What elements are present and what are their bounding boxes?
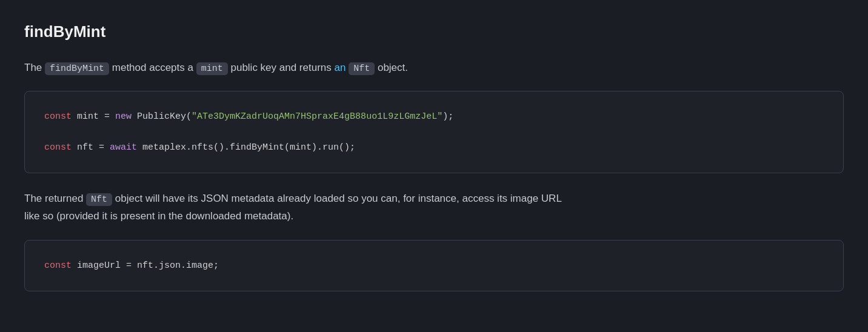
desc-prefix: The	[24, 62, 42, 73]
mint-var: mint	[72, 111, 104, 122]
desc-middle: method accepts a	[112, 62, 193, 73]
equals-op-1: =	[104, 111, 110, 122]
nft-inline-code-1: Nft	[349, 62, 375, 75]
code-line-3: const imageUrl = nft.json.image;	[44, 257, 824, 274]
publickey-class: PublicKey(	[137, 111, 192, 122]
await-keyword: await	[104, 142, 142, 153]
an-link[interactable]: an	[335, 62, 346, 73]
const-keyword-2: const	[44, 142, 72, 153]
chain-call: metaplex.nfts().findByMint(mint).run();	[142, 142, 355, 153]
const-keyword-3: const	[44, 261, 72, 271]
description-line-1: The findByMint method accepts a mint pub…	[24, 59, 844, 77]
imageurl-var: imageUrl	[72, 261, 126, 271]
code-line-2: const nft = await metaplex.nfts().findBy…	[44, 139, 824, 156]
new-keyword: new	[110, 111, 137, 122]
nft-var: nft	[72, 142, 99, 153]
nft-inline-code-2: Nft	[86, 193, 112, 206]
desc-after: public key and returns	[230, 62, 331, 73]
closing-paren-1: );	[442, 111, 453, 122]
address-string: "ATe3DymKZadrUoqAMn7HSpraxE4gB88uo1L9zLG…	[192, 111, 442, 122]
code-block-2: const imageUrl = nft.json.image;	[24, 240, 844, 291]
mint-inline-code: mint	[196, 62, 228, 75]
code-line-1: const mint = new PublicKey("ATe3DymKZadr…	[44, 108, 824, 125]
equals-op-2: =	[99, 142, 104, 153]
paragraph2-prefix: The returned	[24, 193, 83, 204]
desc-suffix: object.	[378, 62, 408, 73]
json-chain: nft.json.image;	[132, 261, 219, 271]
page-title: findByMint	[24, 19, 844, 45]
findByMint-inline-code: findByMint	[45, 62, 109, 75]
equals-op-3: =	[126, 261, 132, 271]
code-block-1: const mint = new PublicKey("ATe3DymKZadr…	[24, 91, 844, 173]
const-keyword-1: const	[44, 111, 72, 122]
code-blank-1	[44, 127, 824, 139]
description-paragraph-2: The returned Nft object will have its JS…	[24, 190, 570, 225]
